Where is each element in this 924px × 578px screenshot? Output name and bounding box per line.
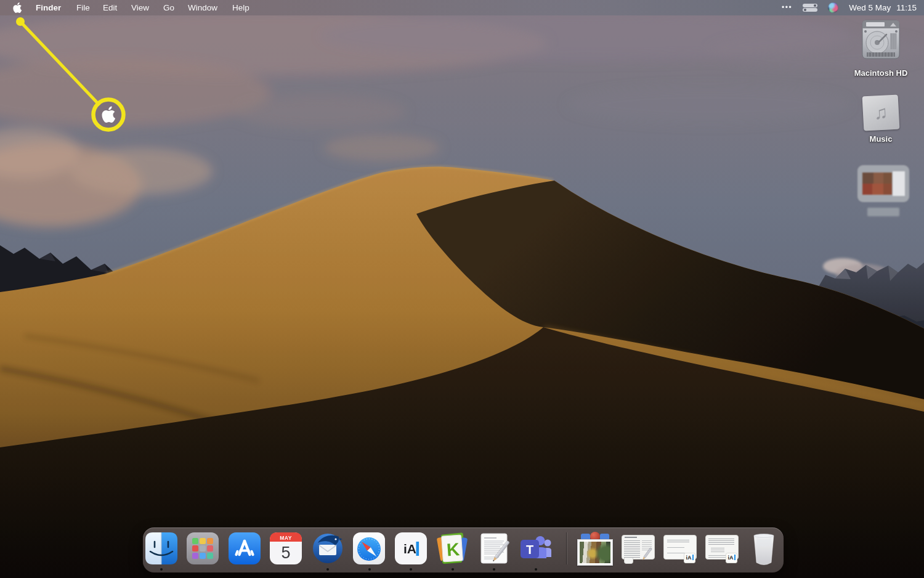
- dock-app-safari[interactable]: [353, 532, 385, 564]
- dock-separator: [566, 532, 567, 564]
- dock-minimized-ia-doc[interactable]: iA: [663, 535, 697, 566]
- running-indicator: [410, 568, 412, 571]
- thunderbird-icon: [312, 532, 344, 564]
- calendar-icon: MAY 5: [270, 532, 302, 564]
- hard-drive-icon: [861, 20, 901, 62]
- microsoft-teams-icon: T: [519, 532, 551, 564]
- dune: [0, 0, 924, 578]
- finder-icon: [145, 532, 177, 564]
- menu-item-go[interactable]: Go: [163, 0, 174, 15]
- app-store-icon: [229, 532, 261, 564]
- dock-app-teams[interactable]: T: [519, 532, 551, 564]
- macos-desktop: { "menu_bar": { "apple_logo_icon": "appl…: [0, 0, 924, 578]
- redacted-label: [867, 208, 899, 216]
- music-note-tile-icon: ♫: [862, 95, 900, 131]
- dock-trash[interactable]: [750, 533, 778, 570]
- running-indicator: [160, 568, 163, 571]
- dock-app-kiwi[interactable]: K: [436, 532, 468, 564]
- running-indicator: [535, 568, 537, 571]
- calendar-month: MAY: [280, 535, 292, 541]
- safari-icon: [353, 532, 385, 564]
- menu-item-edit[interactable]: Edit: [103, 0, 117, 15]
- menu-item-window[interactable]: Window: [188, 0, 217, 15]
- ia-writer-glyph: iA: [403, 542, 416, 556]
- desktop-icon-music[interactable]: ♫ Music: [844, 96, 918, 144]
- dock-app-calendar[interactable]: MAY 5: [270, 532, 302, 564]
- apple-menu-icon[interactable]: [13, 2, 22, 13]
- trash-icon: [750, 533, 778, 568]
- desktop-icon-redacted[interactable]: [855, 165, 912, 216]
- redacted-thumbnail: [857, 165, 909, 202]
- running-indicator: [493, 568, 495, 571]
- kiwi-glyph: K: [446, 539, 460, 560]
- clock-date: Wed 5 May: [849, 3, 891, 12]
- kiwi-k-icon: K: [436, 532, 468, 564]
- music-note-glyph: ♫: [873, 102, 888, 123]
- menu-item-file[interactable]: File: [76, 0, 90, 15]
- clock-time: 11:15: [896, 3, 917, 12]
- dock-app-finder[interactable]: [145, 532, 177, 564]
- ia-writer-icon: iA: [395, 532, 427, 564]
- ia-writer-badge: iA: [684, 553, 695, 563]
- launchpad-icon: [187, 532, 219, 564]
- menu-bar-clock[interactable]: Wed 5 May11:15: [849, 3, 917, 12]
- mojave-wallpaper: [0, 0, 924, 578]
- ia-writer-badge: iA: [726, 553, 737, 563]
- menu-item-finder[interactable]: Finder: [36, 0, 61, 15]
- menu-bar-status: ••• Wed 5 May11:15: [782, 0, 917, 15]
- control-center-icon[interactable]: [803, 4, 817, 12]
- teams-glyph: T: [526, 543, 533, 556]
- menu-bar: Finder File Edit View Go Window Help •••…: [0, 0, 924, 15]
- desktop-icon-label: Macintosh HD: [844, 68, 918, 78]
- dock-app-appstore[interactable]: [229, 532, 261, 564]
- calendar-day: 5: [281, 543, 290, 562]
- running-indicator: [452, 568, 454, 571]
- pencil-icon: [640, 546, 654, 562]
- photo-content: [580, 542, 610, 563]
- dock-app-textedit[interactable]: [478, 532, 510, 564]
- textedit-icon: [478, 532, 510, 564]
- running-indicator: [326, 568, 329, 571]
- desktop-icon-macintosh-hd[interactable]: Macintosh HD: [844, 20, 918, 78]
- overflow-menu-icon[interactable]: •••: [782, 0, 792, 15]
- desktop-icon-label: Music: [844, 134, 918, 144]
- running-indicator: [368, 568, 371, 571]
- dock-minimized-ia-doc[interactable]: iA: [705, 535, 739, 566]
- dock: MAY 5: [143, 527, 784, 572]
- menu-item-help[interactable]: Help: [232, 0, 249, 15]
- dock-app-ia-writer[interactable]: iA: [395, 532, 427, 564]
- dock-app-thunderbird[interactable]: [312, 532, 344, 564]
- menu-item-view[interactable]: View: [131, 0, 149, 15]
- dock-minimized-photo[interactable]: [577, 534, 613, 566]
- siri-icon[interactable]: [828, 2, 838, 13]
- dock-minimized-textedit-doc[interactable]: [622, 535, 655, 566]
- dock-app-launchpad[interactable]: [187, 532, 219, 564]
